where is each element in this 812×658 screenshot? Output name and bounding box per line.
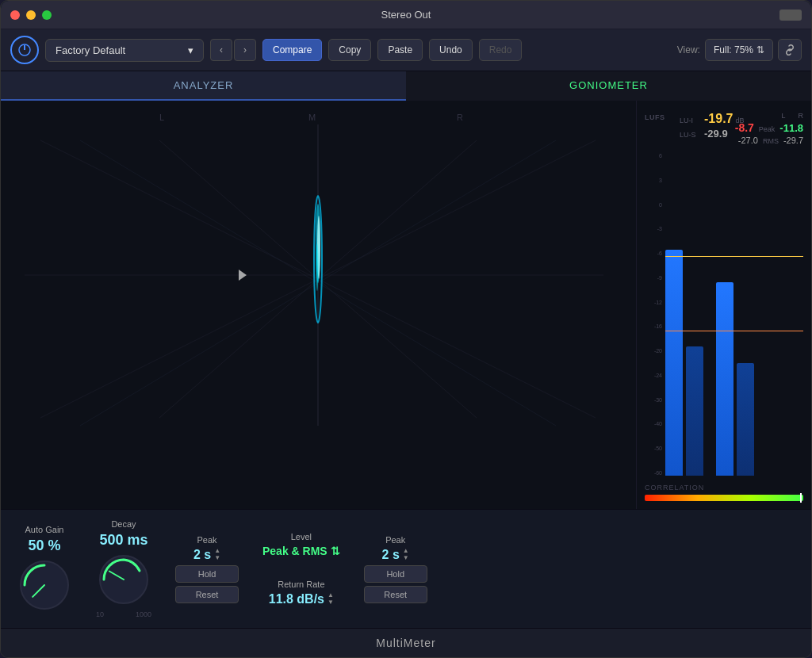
decay-knob-scale: 10 1000: [96, 610, 151, 618]
lufs-display: LUFS LU-I -19.7 dB LU-S -29.9: [645, 109, 803, 148]
view-value: Full: 75%: [714, 44, 753, 55]
auto-gain-value: 50 %: [28, 537, 60, 554]
undo-button[interactable]: Undo: [429, 39, 473, 61]
minimize-button[interactable]: [26, 10, 36, 20]
peak2-up-arrow[interactable]: ▲: [403, 548, 409, 554]
title-bar: Stereo Out: [1, 1, 811, 29]
meter-bars: [665, 151, 803, 477]
tabs-row: ANALYZER GONIOMETER: [1, 71, 811, 101]
peak-arrows: ▲ ▼: [214, 548, 220, 561]
l-rms-label: RMS: [763, 137, 779, 145]
analyzer-grid-svg: L M R: [1, 101, 636, 509]
bar-l-rms: [686, 346, 703, 476]
decay-label: Decay: [111, 519, 136, 529]
auto-gain-label: Auto Gain: [25, 525, 64, 534]
nav-forward-button[interactable]: ›: [234, 39, 256, 61]
decay-group: Decay 500 ms 10 1000: [96, 519, 151, 618]
auto-gain-group: Auto Gain 50 %: [17, 525, 72, 613]
level-hold-button[interactable]: Hold: [364, 565, 427, 583]
correlation-marker: [800, 493, 802, 503]
preset-name: Factory Default: [56, 44, 125, 56]
r-rms-value: -29.7: [783, 136, 803, 145]
nav-group: ‹ ›: [210, 39, 256, 61]
meter-area: 6 3 0 -3 -6 -9 -12 -16 -20 -24 -30 -40 -…: [645, 151, 803, 477]
level-dropdown[interactable]: Peak & RMS ⇅: [262, 545, 340, 557]
compare-button[interactable]: Compare: [262, 39, 322, 61]
traffic-lights: [10, 10, 52, 20]
forward-arrow-icon: ›: [243, 44, 247, 55]
correlation-bar: [645, 495, 803, 501]
maximize-button[interactable]: [42, 10, 52, 20]
view-label: View:: [677, 44, 700, 55]
lui-value: -19.7: [704, 112, 733, 126]
view-dropdown[interactable]: Full: 75% ⇅: [705, 39, 773, 61]
copy-button[interactable]: Copy: [328, 39, 371, 61]
paste-button[interactable]: Paste: [377, 39, 423, 61]
meter-scale: 6 3 0 -3 -6 -9 -12 -16 -20 -24 -30 -40 -…: [645, 151, 662, 477]
peak-value: 2 s: [193, 548, 211, 562]
knob-scale-min: 10: [96, 610, 104, 618]
preset-dropdown[interactable]: Factory Default ▾: [45, 39, 204, 62]
lus-label: LU-S: [680, 131, 702, 139]
level-value: Peak & RMS: [262, 545, 327, 557]
level-reset-button[interactable]: Reset: [364, 586, 427, 603]
window-resize-btn[interactable]: [779, 10, 802, 21]
level-label: Level: [291, 532, 312, 541]
svg-text:R: R: [457, 113, 463, 122]
level-section: Level Peak & RMS ⇅ Return Rate 11.8 dB/s…: [262, 532, 340, 606]
l-peak-label: Peak: [759, 125, 776, 133]
lus-value: -29.9: [704, 128, 728, 140]
peak-spinbox[interactable]: 2 s ▲ ▼: [193, 548, 220, 562]
return-rate-spinbox[interactable]: 11.8 dB/s ▲ ▼: [269, 592, 334, 606]
lui-label: LU-I: [680, 117, 702, 124]
peak-label: Peak: [197, 535, 216, 545]
dropdown-arrow-icon: ▾: [188, 44, 193, 56]
correlation-label: CORRELATION: [645, 484, 803, 492]
peak-line-yellow: [665, 256, 803, 257]
footer: MultiMeter: [1, 628, 811, 657]
power-button[interactable]: [10, 36, 39, 64]
correlation-section: CORRELATION: [645, 484, 803, 501]
auto-gain-knob[interactable]: [17, 557, 72, 613]
peak2-spinbox[interactable]: 2 s ▲ ▼: [382, 548, 409, 562]
return-rate-value: 11.8 dB/s: [269, 592, 324, 606]
peak-line-orange: [665, 331, 803, 331]
window-title: Stereo Out: [381, 9, 431, 21]
decay-knob[interactable]: [96, 552, 151, 607]
right-panel: LUFS LU-I -19.7 dB LU-S -29.9: [637, 101, 811, 509]
tab-goniometer-label: GONIOMETER: [569, 79, 648, 91]
view-arrows-icon: ⇅: [756, 44, 764, 55]
tab-analyzer[interactable]: ANALYZER: [1, 71, 406, 101]
peak2-label: Peak: [385, 535, 405, 545]
bar-r: [716, 282, 733, 476]
peak-up-arrow[interactable]: ▲: [214, 548, 220, 554]
r-heading: R: [799, 112, 804, 120]
return-rate-arrows: ▲ ▼: [327, 592, 334, 606]
view-section: View: Full: 75% ⇅: [677, 39, 802, 61]
svg-point-16: [316, 243, 319, 291]
link-button[interactable]: [778, 39, 802, 61]
bottom-controls: Auto Gain 50 % Decay 500 ms: [1, 509, 811, 628]
analyzer-reset-button[interactable]: Reset: [175, 586, 239, 603]
nav-back-button[interactable]: ‹: [210, 39, 232, 61]
peak-down-arrow[interactable]: ▼: [214, 555, 220, 561]
return-rate-down-arrow[interactable]: ▼: [327, 599, 334, 606]
peak2-arrows: ▲ ▼: [403, 548, 409, 561]
close-button[interactable]: [10, 10, 20, 20]
redo-button[interactable]: Redo: [479, 39, 523, 61]
tab-goniometer[interactable]: GONIOMETER: [406, 71, 811, 101]
r-peak-value: -11.8: [779, 122, 803, 134]
return-rate-up-arrow[interactable]: ▲: [327, 592, 334, 599]
bar-r-rms: [737, 363, 754, 476]
svg-marker-17: [239, 270, 247, 281]
main-content: L M R: [1, 101, 811, 509]
peak2-down-arrow[interactable]: ▼: [403, 555, 409, 561]
tab-analyzer-label: ANALYZER: [174, 79, 234, 91]
analyzer-panel: L M R: [1, 101, 637, 509]
analyzer-hold-button[interactable]: Hold: [175, 565, 239, 583]
bar-l: [665, 250, 683, 476]
toolbar: Factory Default ▾ ‹ › Compare Copy Paste…: [1, 29, 811, 71]
svg-text:L: L: [159, 113, 164, 122]
level-arrows-icon: ⇅: [331, 545, 340, 557]
peak2-value: 2 s: [382, 548, 400, 562]
